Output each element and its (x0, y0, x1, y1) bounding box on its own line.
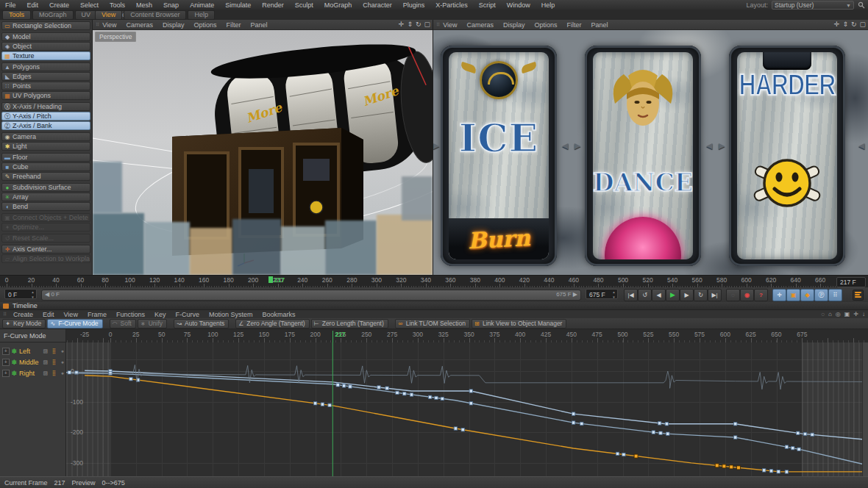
menu-script[interactable]: Script (479, 1, 496, 9)
tool-light[interactable]: ✱Light (1, 142, 90, 151)
solo-circle-icon[interactable]: ● (60, 348, 66, 354)
menu-select[interactable]: Select (80, 1, 99, 9)
viewport-menu-filter[interactable]: Filter (567, 21, 582, 29)
tool-camera[interactable]: ◉Camera (1, 132, 90, 141)
camera-label[interactable]: Perspective (95, 32, 136, 42)
viewport-menu-options[interactable]: Options (194, 21, 217, 29)
texture-viewport[interactable]: ⠿ ViewCamerasDisplayOptionsFilterPanel ✛… (433, 20, 868, 275)
menu-edit[interactable]: Edit (27, 1, 39, 9)
track-row-middle[interactable]: +✽Middle▨⣿● (0, 356, 65, 367)
frame-all-icon[interactable]: ▣ (844, 311, 850, 317)
timeline-solo-icon[interactable] (853, 290, 864, 301)
viewport-menu-view[interactable]: View (443, 21, 457, 29)
vertical-scrollbar[interactable] (862, 342, 868, 476)
tool-object[interactable]: ◈Object (1, 42, 90, 51)
stepper-icon[interactable]: ▲▼ (611, 290, 616, 299)
tool-points[interactable]: ∷Points (1, 82, 90, 90)
f-curve-mode-button[interactable]: ∿F-Curve Mode (47, 319, 102, 329)
toggle-view-icon[interactable]: ▢ (859, 20, 866, 29)
tool-z-axis-bank[interactable]: ⓏZ-Axis / Bank (1, 121, 90, 130)
record-position-button[interactable]: ✛ (772, 289, 786, 301)
menu-create[interactable]: Create (49, 1, 69, 9)
viewport-menu-display[interactable]: Display (503, 21, 525, 29)
menu-window[interactable]: Window (507, 1, 530, 9)
tool-model[interactable]: ◆Model (1, 32, 90, 41)
expand-icon[interactable]: + (2, 370, 10, 377)
tab-mograph[interactable]: MoGraph (32, 10, 74, 20)
goto-start-button[interactable]: |◀ (624, 289, 638, 301)
stepper-icon[interactable]: ▲▼ (30, 290, 35, 299)
zero-angle-tangent-button[interactable]: ∠Zero Angle (Tangent) (235, 319, 309, 329)
timeline-menu-key[interactable]: Key (154, 311, 166, 318)
preview-end-field[interactable]: 675 F ▲▼ (586, 289, 618, 299)
tool-polygons[interactable]: ▲Polygons (1, 62, 90, 71)
timeline-menu-bookmarks[interactable]: Bookmarks (263, 311, 296, 318)
play-forwards-button[interactable]: ▶ (666, 289, 680, 301)
viewport-menu-panel[interactable]: Panel (591, 21, 608, 29)
tab-help[interactable]: Help (188, 10, 215, 20)
record-point-level-button[interactable]: ⠿ (828, 289, 842, 301)
tool-texture[interactable]: ▦Texture (1, 51, 90, 60)
timeline-menu-view[interactable]: View (64, 311, 78, 318)
auto-tangents-button[interactable]: ↝Auto Tangents (174, 319, 229, 329)
tool-reset-scale[interactable]: ↺Reset Scale... (1, 234, 90, 243)
preview-start-field[interactable]: 0 F ▲▼ (4, 289, 37, 299)
play-backwards-button[interactable]: ↺ (638, 289, 652, 301)
record-scale-button[interactable]: ▣ (786, 289, 800, 301)
solo-circle-icon[interactable]: ● (60, 370, 66, 376)
tool-optimize[interactable]: ✦Optimize... (1, 223, 90, 232)
keyframe-dots-icon[interactable]: ⣿ (51, 370, 57, 376)
zoom-icon[interactable]: ⇕ (842, 20, 848, 29)
playhead-marker[interactable]: 217 (268, 276, 285, 283)
range-start-grip[interactable]: ◀ 0 F (45, 291, 60, 298)
perspective-viewport[interactable]: ⠿ ViewCamerasDisplayOptionsFilterPanel ✛… (93, 20, 433, 275)
tool-cube[interactable]: ■Cube (1, 162, 90, 171)
zero-length-tangent-button[interactable]: ⊢Zero Length (Tangent) (311, 319, 388, 329)
dock-icon[interactable]: ↓ (862, 311, 865, 317)
viewport-menu-filter[interactable]: Filter (227, 21, 241, 29)
viewport-menu-options[interactable]: Options (535, 21, 558, 29)
home-icon[interactable]: ⌂ (828, 311, 832, 317)
menu-character[interactable]: Character (363, 1, 392, 9)
tab-content-browser[interactable]: Content Browser (124, 10, 186, 20)
toggle-view-icon[interactable]: ▢ (424, 20, 430, 29)
menu-plugins[interactable]: Plugins (403, 1, 425, 9)
menu-x-particles[interactable]: X-Particles (435, 1, 468, 9)
tool-array[interactable]: ✳Array (1, 193, 90, 201)
viewport-menu-display[interactable]: Display (163, 21, 185, 29)
mute-icon[interactable]: ▨ (42, 348, 49, 354)
eye-icon[interactable]: ◎ (836, 311, 841, 317)
fcurve-graph[interactable]: 0-100-200-300 (66, 342, 868, 476)
rotate-icon[interactable]: ↻ (851, 20, 857, 29)
track-row-left[interactable]: +✽Left▨⣿● (0, 345, 65, 356)
keyframe-dots-icon[interactable]: ⣿ (51, 359, 57, 365)
unify-button[interactable]: ∗Unify (138, 319, 167, 329)
zoom-icon[interactable]: ⇕ (407, 20, 413, 29)
timeline-menu-motion-system[interactable]: Motion System (209, 311, 253, 318)
tool-axis-center[interactable]: ✛Axis Center... (1, 245, 90, 254)
rotate-icon[interactable]: ↻ (416, 20, 421, 29)
previous-frame-button[interactable]: ◀ (652, 289, 666, 301)
timeline-titlebar[interactable]: Timeline (0, 302, 868, 310)
expand-icon[interactable]: + (2, 359, 10, 366)
track-row-right[interactable]: +✽Right▨⣿● (0, 367, 65, 378)
texture-scene[interactable]: ICE Burn (433, 29, 868, 275)
tab-tools[interactable]: Tools (2, 10, 31, 20)
fcurve-ruler[interactable]: -250255075100125150175200225250275300325… (66, 329, 868, 343)
preview-range-slider[interactable]: ◀ 0 F 675 F ▶ (41, 290, 581, 301)
key-mode-button[interactable]: ✦Key Mode (2, 319, 46, 329)
perspective-scene[interactable]: Perspective (93, 29, 433, 275)
tool-subdivision-surface[interactable]: ●Subdivision Surface (1, 183, 90, 192)
keyframe-help-button[interactable]: ? (754, 289, 768, 301)
layout-dropdown[interactable]: Startup (User) ▼ (772, 1, 854, 10)
viewport-menu-view[interactable]: View (102, 21, 116, 29)
play-loop-button[interactable]: ↻ (694, 289, 708, 301)
range-end-grip[interactable]: 675 F ▶ (556, 291, 577, 298)
link-tl-om-selection-button[interactable]: ∞Link TL/OM Selection (395, 319, 470, 329)
menu-sculpt[interactable]: Sculpt (295, 1, 313, 9)
timeline-menu-functions[interactable]: Functions (116, 311, 145, 318)
keyframe-dots-icon[interactable]: ⣿ (51, 348, 57, 354)
soft-button[interactable]: ◠Soft (110, 319, 136, 329)
tab-view[interactable]: View (95, 10, 122, 20)
move-icon[interactable]: ✛ (853, 311, 858, 317)
